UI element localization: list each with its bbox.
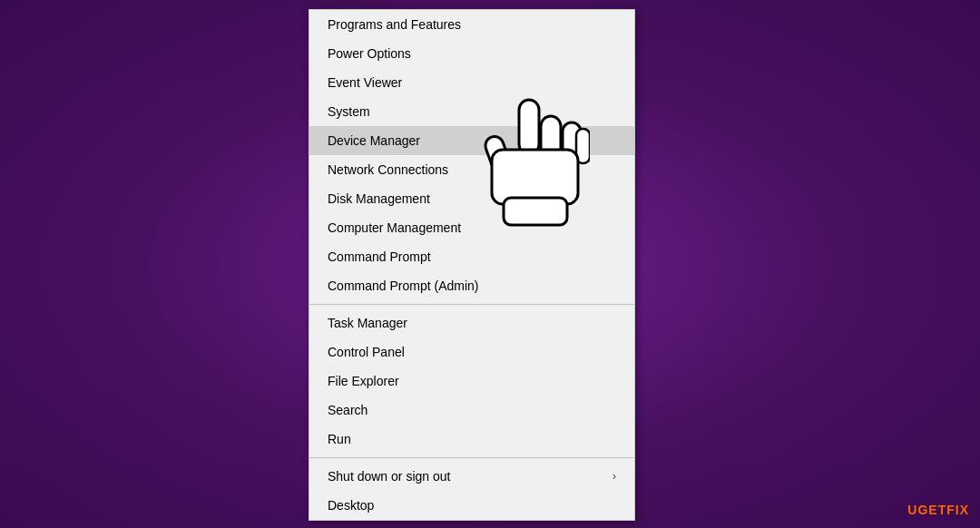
- menu-item-label-command-prompt: Command Prompt: [328, 249, 431, 264]
- menu-item-label-desktop: Desktop: [328, 498, 374, 513]
- menu-item-computer-management[interactable]: Computer Management: [309, 213, 634, 242]
- menu-item-label-computer-management: Computer Management: [328, 220, 461, 235]
- menu-separator: [309, 457, 634, 458]
- menu-item-power-options[interactable]: Power Options: [309, 39, 634, 68]
- menu-item-task-manager[interactable]: Task Manager: [309, 308, 634, 337]
- watermark: UGETFIX: [907, 503, 969, 517]
- menu-item-label-network-connections: Network Connections: [328, 162, 448, 177]
- menu-item-label-disk-management: Disk Management: [328, 191, 430, 206]
- menu-separator: [309, 304, 634, 305]
- menu-item-search[interactable]: Search: [309, 396, 634, 425]
- menu-item-shut-down[interactable]: Shut down or sign out›: [309, 462, 634, 491]
- menu-item-label-event-viewer: Event Viewer: [328, 75, 402, 90]
- menu-item-label-control-panel: Control Panel: [328, 345, 405, 359]
- menu-item-event-viewer[interactable]: Event Viewer: [309, 68, 634, 97]
- menu-item-control-panel[interactable]: Control Panel: [309, 337, 634, 367]
- menu-item-label-task-manager: Task Manager: [328, 316, 407, 330]
- menu-item-command-prompt-admin[interactable]: Command Prompt (Admin): [309, 271, 634, 300]
- menu-item-label-programs-features: Programs and Features: [328, 17, 461, 32]
- menu-item-label-search: Search: [328, 403, 368, 417]
- menu-item-label-system: System: [328, 104, 370, 119]
- menu-item-label-command-prompt-admin: Command Prompt (Admin): [328, 279, 479, 293]
- menu-item-programs-features[interactable]: Programs and Features: [309, 10, 634, 39]
- menu-item-label-power-options: Power Options: [328, 46, 411, 61]
- menu-item-run[interactable]: Run: [309, 425, 634, 454]
- menu-item-disk-management[interactable]: Disk Management: [309, 184, 634, 213]
- context-menu: Programs and FeaturesPower OptionsEvent …: [309, 9, 635, 521]
- menu-item-device-manager[interactable]: Device Manager: [309, 126, 634, 155]
- watermark-text: UGETFIX: [907, 503, 969, 517]
- menu-item-file-explorer[interactable]: File Explorer: [309, 367, 634, 396]
- menu-item-label-file-explorer: File Explorer: [328, 374, 399, 388]
- menu-item-label-shut-down: Shut down or sign out: [328, 469, 450, 484]
- menu-item-label-device-manager: Device Manager: [328, 133, 420, 148]
- menu-item-command-prompt[interactable]: Command Prompt: [309, 242, 634, 271]
- menu-item-label-run: Run: [328, 432, 351, 446]
- menu-item-arrow-icon: ›: [612, 470, 616, 483]
- menu-item-system[interactable]: System: [309, 97, 634, 126]
- watermark-accent: ET: [928, 503, 946, 517]
- menu-item-desktop[interactable]: Desktop: [309, 491, 634, 520]
- menu-item-network-connections[interactable]: Network Connections: [309, 155, 634, 184]
